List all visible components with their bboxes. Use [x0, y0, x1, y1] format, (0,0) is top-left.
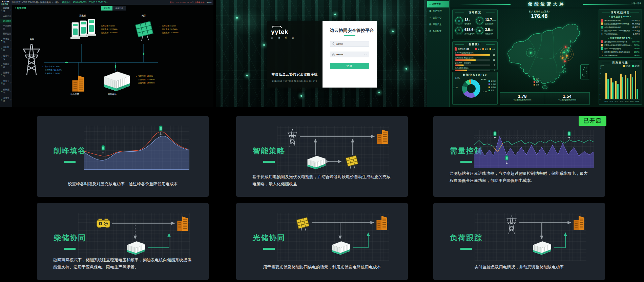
donut-chart — [462, 79, 480, 98]
sidebar-item[interactable]: ◫ 数据分析 ∨ — [0, 78, 12, 87]
legend-item: 一般 — [490, 48, 495, 50]
revenue-label: 客户累计收益(万元) — [529, 10, 550, 13]
sidebar-group-overview[interactable]: ⌂ 电站概览 ∨ — [0, 6, 12, 14]
legend-item: 紧急 — [475, 48, 481, 50]
map-legend: 运行故障告警 — [534, 78, 539, 86]
ranking-section-title: 月度收益增幅TOP5 — [599, 36, 642, 40]
yytek-logo-sub: 云 涌 科 技 — [271, 36, 318, 39]
donut-callout: 23.2% — [482, 91, 487, 93]
x-axis-labels: 01.1701.1801.1901.2001.2101.2201.23 — [604, 100, 640, 102]
stat-icon: ¥ — [455, 27, 463, 34]
rank-badge: 2 — [601, 44, 603, 46]
feature-card-smart-strategy: 智能策略 基于负载用电预测及光伏发电预测，并结合峰谷时段电价自动生成动态的充放电… — [236, 116, 408, 197]
sidebar-item[interactable]: ▤ 统计报表 ∨ — [0, 87, 12, 95]
bar-group — [615, 69, 619, 99]
alarm-battery-icon — [455, 48, 457, 51]
stat-icon: ⚡ — [476, 17, 483, 24]
daily-bar-chart — [604, 69, 640, 99]
feature-description: 用于需要光伏及储能协同供电的场景，利用光伏发电降低用电成本 — [236, 264, 408, 270]
storage-info: 实时功率: 12.0kW日放电量: 210.4kWh总放电量: 18.6MWh — [138, 75, 155, 85]
rank-badge: 5 — [601, 54, 603, 57]
bar-group — [605, 69, 609, 99]
donut-callout: 2.13% — [453, 87, 458, 89]
form-title: 边云协同安全管控平台 — [330, 28, 369, 34]
sidebar-item[interactable]: ▣ 设备监视 ∨ — [0, 36, 12, 44]
menu-icon: ⚙ — [1, 98, 3, 101]
chevron-down-icon: ∨ — [10, 48, 12, 50]
pv-storage-diagram — [277, 213, 389, 261]
feature-card-peak-shaving: 削峰填谷 设置峰谷时段及对应充放电功率，通过峰谷价差降低用电成本 — [37, 116, 209, 197]
charging-piles-icon — [69, 18, 96, 42]
username-input[interactable] — [336, 43, 360, 45]
chevron-down-icon: ∨ — [10, 39, 12, 41]
bigscreen-sidebar-item[interactable]: ⌂ 运营大屏 — [427, 1, 449, 7]
today-energy-cell: 1.54 今日累计放电量(万kWh) — [545, 93, 590, 104]
ems-topbar: YYTek云涌科技 苏州吴江1MW/2.15MWh用户侧储能电站（一期） 服务热… — [0, 0, 213, 5]
sidebar-subitem[interactable]: 能流大屏 — [0, 19, 12, 23]
stat-icon: ◉ — [476, 27, 483, 34]
storage-container-icon — [332, 241, 350, 255]
panel-daily-chart: 日充放电量 充电量放电量 万kWh 121086420 01.1701.1801… — [599, 60, 642, 105]
logout-button[interactable]: ⎋ 退出登录 — [631, 2, 641, 5]
load-label: 动力负荷 — [70, 93, 79, 96]
legend-item: 运行 — [534, 78, 539, 80]
bigscreen-header: 储能运营大屏 ⎋ 退出登录 — [450, 0, 644, 8]
chevron-down-icon: ∨ — [10, 65, 12, 67]
sidebar-item[interactable]: ⚙ 系统管理 ∨ — [0, 95, 12, 104]
bar — [632, 77, 633, 99]
bigscreen-sidebar-item[interactable]: ⚠ 告警中心 — [427, 14, 449, 21]
legend-item: 告警 — [534, 83, 539, 86]
ranking-row: 3 金华1.5MW智能储能站28.9% — [599, 47, 642, 50]
sidebar-item[interactable]: ⚡ 能量管理 ∨ — [0, 70, 12, 78]
y-axis-label: 万kWh — [600, 65, 604, 67]
bar — [635, 71, 636, 99]
pv-icon — [346, 155, 358, 169]
bar — [617, 84, 619, 99]
diesel-generator-icon — [97, 219, 110, 228]
chevron-down-icon: ∨ — [10, 9, 12, 11]
sidebar-subitem[interactable]: 视频监控 — [0, 31, 12, 36]
stat-icon: ▯ — [455, 17, 463, 24]
login-button[interactable]: 登录 — [330, 63, 369, 69]
diesel-storage-diagram — [78, 213, 190, 261]
user-menu[interactable]: admin — [207, 1, 212, 3]
china-map-area: 客户累计收益(万元) 176.48 运行故障告警 — [500, 10, 597, 92]
ranking-list-total: 1 嘉兴充电站储能测试站101.60万元 2 江苏综合智慧能源5MW/10MWh… — [599, 19, 642, 36]
alarm-row: 浙大紫金港改造示范项目 12 — [453, 56, 497, 61]
rank-badge: 3 — [601, 26, 603, 29]
legend-item: 南京站 — [489, 86, 496, 88]
feature-description: 实时监控负载用电情况，并动态调整储能放电功率 — [433, 264, 605, 270]
map-dot-alarm — [562, 57, 563, 59]
sidebar-subitem[interactable]: 电站总览 — [0, 14, 12, 19]
map-dot-running — [530, 52, 532, 54]
grid-label: 电网 — [30, 38, 34, 41]
legend-item: 故障 — [534, 81, 539, 83]
enabled-badge: 已开启 — [579, 116, 606, 126]
overview-stats: ▯ 13座 场站数量 ⚡ 13.7MWh 总装机容量 ¥ 618.6万 — [453, 14, 497, 37]
sidebar-subitem[interactable]: 一次接线图 — [0, 23, 12, 31]
bigscreen-sidebar-item[interactable]: ▣ 租户管理 — [427, 7, 449, 14]
stat-item: ¥ 618.6万 累计充放电量 — [455, 26, 475, 35]
sidebar-item[interactable]: ⚒ 智能运维 ∨ — [0, 61, 12, 70]
demand-control-chart — [474, 130, 594, 168]
load-building-icon — [376, 216, 387, 230]
password-input[interactable] — [336, 53, 360, 56]
panel-station-overview: 场站概览 ▯ 13座 场站数量 ⚡ 13.7MWh 总装机容量 ¥ — [452, 10, 498, 39]
map-dot-fault — [564, 60, 566, 62]
ranking-section-title: 总收益排名TOP5 — [599, 14, 642, 19]
feature-description: 监测场站变压器进线功率，当功率超过需量控制功率时，储能系统放电，最大程度降低变压… — [433, 170, 605, 184]
storage-container-icon — [533, 241, 551, 255]
bar-group — [610, 69, 614, 99]
today-energy-bar: 1.78 今日累计充电量(万kWh) 1.54 今日累计放电量(万kWh) — [500, 92, 590, 105]
ranking-row: 2 江苏综合智慧能源5MW/10MWh储能…78.7% — [599, 43, 642, 47]
bar — [625, 75, 626, 99]
ems-logo: YYTek云涌科技 — [1, 0, 9, 5]
chevron-down-icon: ∨ — [10, 56, 12, 58]
bigscreen-sidebar-item[interactable]: ▤ 审计日志 — [427, 21, 449, 28]
grid-tower-icon — [20, 41, 43, 76]
bigscreen-sidebar-item[interactable]: ⚙ 系统配置 — [427, 28, 449, 35]
eye-icon[interactable] — [364, 54, 367, 55]
sidebar-item[interactable]: ⚠ 告警中心 ∨ — [0, 53, 12, 61]
sidebar-item[interactable]: ◴ 运行数据 ∨ — [0, 44, 12, 53]
feature-card-demand-control: 已开启 需量控制 监测场站变压器进线功率，当功率超过需量控制功率时，储能系统放电… — [433, 116, 605, 197]
